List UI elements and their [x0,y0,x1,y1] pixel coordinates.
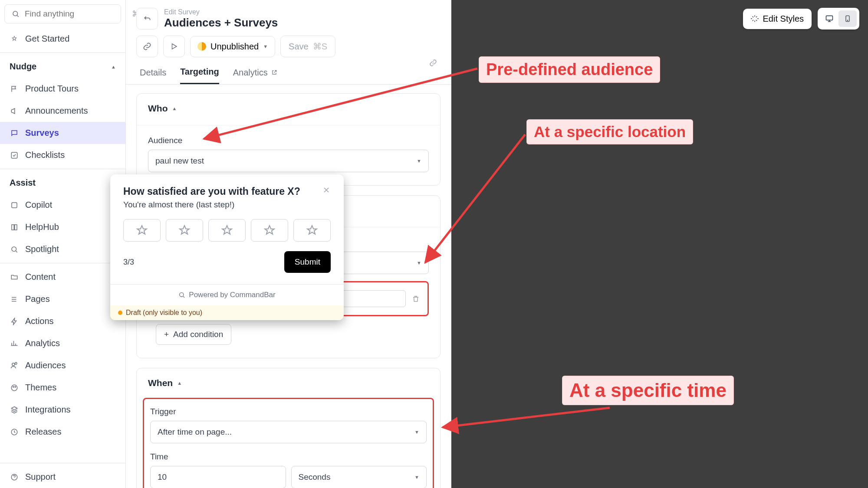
sidebar-item-themes[interactable]: Themes [0,377,125,399]
sidebar-item-label: Get Started [25,34,69,44]
sidebar-item-actions[interactable]: Actions [0,310,125,332]
book-icon [10,223,19,232]
svg-point-8 [13,386,14,387]
sidebar-item-label: Integrations [25,405,71,415]
tab-targeting[interactable]: Targeting [180,67,219,84]
time-value-input[interactable] [150,466,286,488]
sidebar-item-announcements[interactable]: Announcements [0,100,125,122]
pin-icon [10,34,19,44]
search-input[interactable] [25,9,128,19]
svg-point-6 [12,363,15,366]
when-card-header[interactable]: When [137,368,440,398]
play-button[interactable] [163,36,185,57]
add-condition-button[interactable]: + Add condition [156,324,231,345]
palette-icon [10,383,19,393]
sidebar-item-integrations[interactable]: Integrations [0,399,125,421]
copy-link-button[interactable] [136,36,158,57]
sidebar-item-checklists[interactable]: Checklists [0,144,125,166]
chevron-up-icon [177,380,182,386]
chart-icon [10,339,19,348]
preview-panel: Edit Styles How satisfied are you with f… [451,0,868,488]
star-5[interactable] [293,219,331,242]
sidebar-item-label: Audiences [25,360,66,370]
delete-condition-button[interactable] [410,293,421,305]
megaphone-icon [10,106,19,116]
tab-details[interactable]: Details [140,67,166,84]
draft-dot-icon [118,311,122,315]
powered-by[interactable]: Powered by CommandBar [110,284,344,305]
sidebar-item-pages[interactable]: Pages [0,288,125,310]
chevron-down-icon [414,429,419,435]
sidebar-item-support[interactable]: Support [0,466,125,488]
chat-icon [10,128,19,138]
link-icon[interactable] [429,59,437,69]
status-select[interactable]: Unpublished [190,36,275,57]
page-title: Audiences + Surveys [164,16,278,29]
sidebar-item-spotlight[interactable]: Spotlight [0,238,125,260]
svg-point-7 [11,385,17,391]
star-1[interactable] [123,219,161,242]
svg-line-16 [183,296,184,298]
save-button[interactable]: Save ⌘S [280,36,335,57]
search-icon [11,9,20,19]
sidebar-item-label: Checklists [25,150,65,160]
sidebar-item-label: Content [25,272,56,282]
sidebar-item-analytics[interactable]: Analytics [0,332,125,354]
sidebar-item-label: Copilot [25,200,52,210]
star-4[interactable] [251,219,288,242]
sidebar: ⌘K Get Started Nudge Product Tours Annou… [0,0,126,488]
sidebar-item-product-tours[interactable]: Product Tours [0,78,125,100]
svg-point-14 [847,20,848,20]
sidebar-section-assist[interactable]: Assist [0,172,125,194]
who-card: Who Audience paul new test [136,93,441,186]
copilot-icon [10,200,19,210]
draft-banner: Draft (only visible to you) [110,305,344,320]
audience-label: Audience [148,136,429,145]
audience-select[interactable]: paul new test [148,150,429,172]
device-toggle [818,8,859,29]
breadcrumb: Edit Survey [164,8,278,16]
time-label: Time [150,452,427,462]
who-card-header[interactable]: Who [137,94,440,123]
sidebar-item-copilot[interactable]: Copilot [0,194,125,216]
mobile-button[interactable] [838,10,857,27]
flag-icon [10,84,19,94]
layers-icon [10,295,19,304]
sidebar-item-label: Product Tours [25,84,79,94]
survey-title: How satisfied are you with feature X? [123,186,300,197]
desktop-button[interactable] [820,10,838,27]
sidebar-item-content[interactable]: Content [0,266,125,288]
chevron-up-icon [172,106,177,111]
chevron-down-icon [417,158,421,164]
sidebar-item-label: Releases [25,427,61,437]
when-card: When Trigger After time on page... Time … [136,368,441,488]
tab-analytics[interactable]: Analytics [233,67,277,84]
sidebar-item-label: Support [25,472,56,482]
tabs: Details Targeting Analytics [126,57,451,85]
back-button[interactable] [136,8,158,29]
sidebar-item-releases[interactable]: Releases [0,421,125,443]
star-3[interactable] [208,219,246,242]
sidebar-item-get-started[interactable]: Get Started [0,28,125,50]
sidebar-item-helphub[interactable]: HelpHub [0,216,125,238]
time-unit-select[interactable]: Seconds [291,466,427,488]
sidebar-item-label: Actions [25,316,54,326]
star-2[interactable] [166,219,203,242]
zap-icon [10,317,19,326]
sidebar-section-nudge[interactable]: Nudge [0,56,125,78]
external-link-icon [271,69,277,75]
trigger-select[interactable]: After time on page... [150,421,427,443]
sidebar-item-audiences[interactable]: Audiences [0,354,125,377]
folder-icon [10,272,19,282]
sidebar-item-label: HelpHub [25,222,59,232]
submit-button[interactable]: Submit [284,251,331,273]
close-button[interactable] [322,186,331,197]
search-box[interactable]: ⌘K [4,4,121,23]
help-icon [10,472,19,482]
status-label: Unpublished [210,42,259,52]
sidebar-item-surveys[interactable]: Surveys [0,122,125,144]
trigger-label: Trigger [150,407,427,416]
edit-styles-button[interactable]: Edit Styles [743,9,812,29]
commandbar-icon [178,291,185,298]
wand-icon [751,15,759,23]
